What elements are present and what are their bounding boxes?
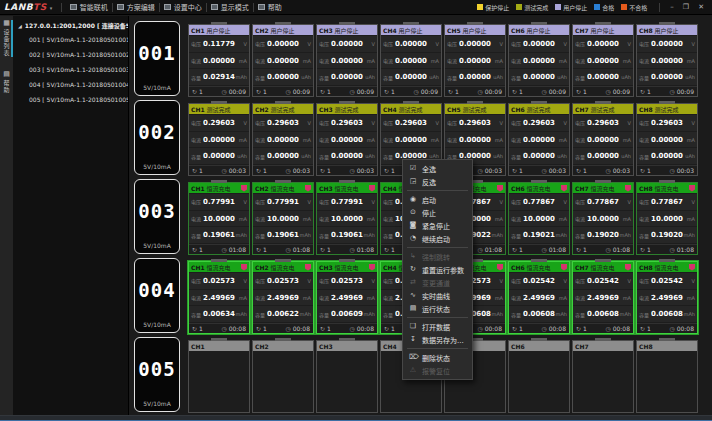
channel-card[interactable]: CH3恒流充电电压0.02573V电流2.49969mA容量0.00609mAh… — [316, 261, 378, 334]
channel-readings: 电压0.29603V电流0.00000mA容量0.00000uAh — [445, 114, 505, 165]
tree-item-device-2[interactable]: 002 [ 5V/10mA-1.1-20180501002 ] — [13, 47, 128, 62]
channel-card[interactable]: CH6 — [508, 340, 570, 413]
channel-card[interactable]: CH8恒流充电电压0.02542V电流2.49969mA容量0.00608mAh… — [636, 261, 698, 334]
tab-device-list[interactable]: ▦设备列表 — [2, 20, 11, 57]
cycle-value: 1 — [519, 246, 523, 253]
channel-card[interactable]: CH1恒流充电电压0.02573V电流2.49969mA容量0.00634mAh… — [188, 261, 250, 334]
logo-dropdown-caret[interactable]: ▾ — [50, 5, 53, 11]
status-legend-item: 合格 — [594, 3, 614, 12]
current-row-value: 0.00000 — [331, 136, 366, 144]
current-row-unit: mA — [623, 216, 631, 222]
channel-card[interactable]: CH6恒流充电电压0.77867V电流10.0000mA容量0.19021mAh… — [508, 182, 570, 255]
context-menu-item[interactable]: ↧数据另存为... — [403, 333, 472, 346]
context-menu-item[interactable]: ❏打开数据 — [403, 320, 472, 333]
cycle-count: ↻1 — [256, 325, 267, 332]
tree-item-device-3[interactable]: 003 [ 5V/10mA-1.1-20180501003 ] — [13, 62, 128, 77]
tree-item-device-4[interactable]: 004 [ 5V/10mA-1.1-20180501004 ] — [13, 77, 128, 92]
clock-icon: ◷ — [541, 325, 546, 332]
voltage-row-unit: V — [564, 41, 567, 47]
current-row-label: 电流 — [319, 57, 329, 64]
card-top-nub — [595, 259, 611, 262]
minimize-button[interactable]: – — [670, 4, 674, 11]
elapsed-time: ◷01:08 — [541, 246, 566, 253]
app-logo[interactable]: LANBTS ▾ — [4, 2, 53, 12]
device-tile[interactable]: 0055V/10mA — [134, 337, 180, 412]
context-menu-item[interactable]: ◉启动 — [403, 193, 472, 206]
tree-root-node[interactable]: ◢ 127.0.0.1:2001,2000 [ 连接设备5 台 ] — [13, 19, 128, 32]
channel-status: 恒流充电 — [207, 263, 231, 272]
device-tile[interactable]: 0015V/10mA — [134, 21, 180, 96]
channel-card[interactable]: CH7恒流充电电压0.02542V电流2.49969mA容量0.00608mAh… — [572, 261, 634, 334]
context-menu-item[interactable]: ◔继续启动 — [403, 232, 472, 245]
tree-item-device-5[interactable]: 005 [ 5V/10mA-1.1-20180501005 ] — [13, 92, 128, 107]
context-menu-item[interactable]: ⊙停止 — [403, 206, 472, 219]
channel-card[interactable]: CH3 — [316, 340, 378, 413]
current-row-unit: mA — [303, 216, 311, 222]
channel-card[interactable]: CH3用户停止电压0.00000V电流0.00000mA容量0.00000uAh… — [316, 24, 378, 97]
menu-smart-link[interactable]: 智能联机 — [66, 0, 112, 15]
context-menu-item[interactable]: ☑全选 — [403, 162, 472, 175]
emergency-stop-icon: ◙ — [409, 222, 417, 229]
voltage-row-unit: V — [628, 120, 631, 126]
channel-card[interactable]: CH3测试完成电压0.29603V电流0.00000mA容量0.00000uAh… — [316, 103, 378, 176]
card-top-nub — [339, 180, 355, 183]
menu-display-mode[interactable]: 显示模式 — [207, 0, 253, 15]
channel-card[interactable]: CH6恒流充电电压0.02542V电流2.49969mA容量0.00608mAh… — [508, 261, 570, 334]
card-top-nub — [595, 101, 611, 104]
context-menu-item[interactable]: ◲反选 — [403, 175, 472, 188]
channel-card[interactable]: CH8恒流充电电压0.77867V电流10.0000mA容量0.19020mAh… — [636, 182, 698, 255]
elapsed-time: ◷00:09 — [605, 88, 630, 95]
channel-card[interactable]: CH8用户停止电压0.00000V电流0.00000mA容量0.00000uAh… — [636, 24, 698, 97]
device-tile[interactable]: 0045V/10mA — [134, 258, 180, 333]
current-row: 电流0.00000mA — [637, 132, 697, 148]
channel-card[interactable]: CH2测试完成电压0.29603V电流0.00000mA容量0.00000uAh… — [252, 103, 314, 176]
channel-card[interactable]: CH1用户停止电压0.11779V电流0.00000mA容量0.02914mAh… — [188, 24, 250, 97]
channel-card[interactable]: CH6测试完成电压0.29603V电流0.00000mA容量0.00000uAh… — [508, 103, 570, 176]
voltage-row-unit: V — [692, 41, 695, 47]
channel-name: CH6 — [511, 27, 525, 34]
elapsed-time: ◷01:08 — [221, 246, 246, 253]
context-menu-item[interactable]: ↻重置运行参数 — [403, 263, 472, 276]
context-menu-item[interactable]: ▤运行状态 — [403, 302, 472, 315]
channel-card[interactable]: CH2恒流充电电压0.02573V电流2.49969mA容量0.00622mAh… — [252, 261, 314, 334]
cycle-value: 1 — [199, 246, 203, 253]
channel-card[interactable]: CH6用户停止电压0.00000V电流0.00000mA容量0.00000uAh… — [508, 24, 570, 97]
tab-help[interactable]: ▤帮助 — [2, 71, 11, 94]
channel-card[interactable]: CH5用户停止电压0.00000V电流0.00000mA容量0.00000uAh… — [444, 24, 506, 97]
voltage-row-label: 电压 — [639, 277, 649, 284]
tree-item-device-1[interactable]: 001 [ 5V/10mA-1.1-20180501001 ] — [13, 32, 128, 47]
tree-expander-icon[interactable]: ◢ — [18, 23, 22, 29]
channel-card[interactable]: CH2 — [252, 340, 314, 413]
channel-card[interactable]: CH8 — [636, 340, 698, 413]
channel-card[interactable]: CH2用户停止电压0.00000V电流0.00000mA容量0.00000uAh… — [252, 24, 314, 97]
context-menu-item[interactable]: ⌦删除状态 — [403, 351, 472, 364]
channel-card[interactable]: CH7测试完成电压0.29603V电流0.00000mA容量0.00000uAh… — [572, 103, 634, 176]
menu-settings[interactable]: 设置中心 — [160, 0, 206, 15]
channel-status: 用户停止 — [655, 26, 679, 35]
channel-card[interactable]: CH2恒流充电电压0.77991V电流10.0000mA容量0.19061mAh… — [252, 182, 314, 255]
context-menu-item[interactable]: ∿实时曲线 — [403, 289, 472, 302]
channel-card[interactable]: CH1测试完成电压0.29603V电流0.00000mA容量0.00000uAh… — [188, 103, 250, 176]
channel-card[interactable]: CH1恒流充电电压0.77991V电流10.0000mA容量0.19061mAh… — [188, 182, 250, 255]
channel-card[interactable]: CH8测试完成电压0.29603V电流0.00000mA容量0.00000uAh… — [636, 103, 698, 176]
channel-card[interactable]: CH7恒流充电电压0.77867V电流10.0000mA容量0.19020mAh… — [572, 182, 634, 255]
cycle-value: 1 — [263, 88, 267, 95]
channel-card[interactable]: CH4用户停止电压0.00000V电流0.00000mA容量0.00000uAh… — [380, 24, 442, 97]
maximize-button[interactable]: ❒ — [683, 4, 689, 11]
device-tile[interactable]: 0025V/10mA — [134, 100, 180, 175]
device-tile[interactable]: 0035V/10mA — [134, 179, 180, 254]
clock-icon: ◷ — [349, 88, 354, 95]
channel-card[interactable]: CH1 — [188, 340, 250, 413]
card-top-nub — [211, 101, 227, 104]
channel-card[interactable]: CH7 — [572, 340, 634, 413]
close-button[interactable]: ✕ — [698, 4, 704, 11]
side-tab-label: 帮助 — [2, 80, 11, 94]
voltage-row: 电压0.29603V — [445, 115, 505, 131]
menu-help[interactable]: 帮助 — [254, 0, 286, 15]
menu-plan-edit[interactable]: 方案编辑 — [113, 0, 159, 15]
channel-card[interactable]: CH7用户停止电压0.00000V电流0.00000mA容量0.00000uAh… — [572, 24, 634, 97]
channel-card[interactable]: CH3恒流充电电压0.77991V电流10.0000mA容量0.19061mAh… — [316, 182, 378, 255]
context-menu-item: ⇄变更通道 — [403, 276, 472, 289]
context-menu-item[interactable]: ◙紧急停止 — [403, 219, 472, 232]
voltage-row: 电压0.02542V — [509, 273, 569, 289]
